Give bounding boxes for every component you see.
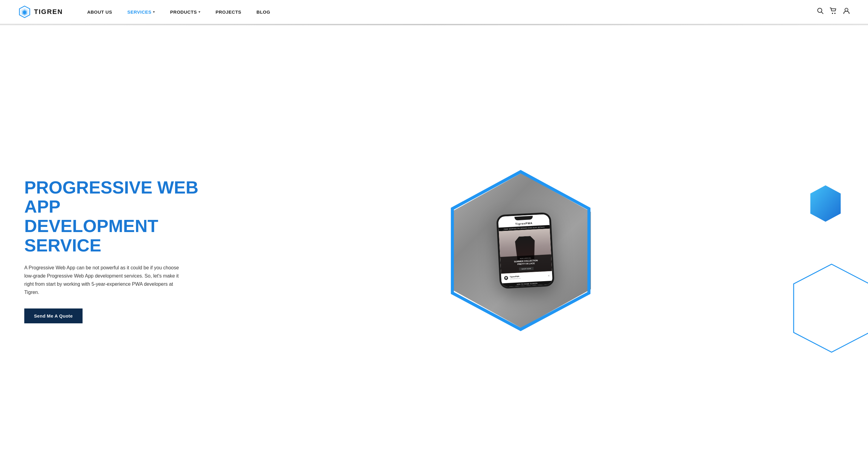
user-icon	[843, 8, 850, 14]
pwa-icon-area: TigrenPWA www.tigrenpwa.com	[503, 275, 521, 281]
nav-item-blog[interactable]: BLOG	[256, 9, 270, 14]
nav-icons	[817, 8, 850, 16]
close-icon: ✕	[548, 274, 550, 277]
cta-button[interactable]: Send Me A Quote	[24, 309, 83, 323]
phone-product-image: NEW ARRIVAL SUMMER COLLECTIONPRETTY IN L…	[499, 229, 552, 274]
tigren-logo-icon	[18, 5, 31, 18]
search-button[interactable]	[817, 8, 824, 16]
logo-text: TIGREN	[34, 8, 63, 16]
nav-links: ABOUT US SERVICES ▾ PRODUCTS ▾ PROJECTS …	[87, 9, 817, 14]
logo[interactable]: TIGREN	[18, 5, 63, 18]
phone-notch	[515, 216, 533, 221]
hero-visual: TigrenPWA FREE SHIPPING ON ORDERS OVER $…	[206, 160, 850, 342]
cart-icon	[830, 8, 837, 14]
svg-point-7	[834, 13, 836, 14]
hero-content: PROGRESSIVE WEB APP DEVELOPMENT SERVICE …	[24, 178, 206, 324]
phone-promo-overlay: NEW ARRIVAL SUMMER COLLECTIONPRETTY IN L…	[500, 254, 552, 274]
phone-shop-button: SHOP NOW	[519, 267, 533, 271]
search-icon	[817, 8, 824, 14]
pwa-hex-icon	[503, 276, 509, 281]
nav-item-services[interactable]: SERVICES ▾	[127, 9, 155, 14]
chevron-down-icon: ▾	[198, 10, 200, 14]
svg-line-5	[821, 12, 823, 14]
svg-point-6	[832, 13, 833, 14]
outline-hexagon	[789, 263, 868, 354]
svg-point-8	[845, 8, 848, 11]
svg-marker-13	[794, 264, 868, 352]
chevron-down-icon: ▾	[153, 10, 155, 14]
nav-item-products[interactable]: PRODUCTS ▾	[170, 9, 200, 14]
phone-mockup: TigrenPWA FREE SHIPPING ON ORDERS OVER $…	[496, 212, 555, 289]
user-button[interactable]	[843, 8, 850, 16]
nav-item-about[interactable]: ABOUT US	[87, 9, 112, 14]
nav-item-projects[interactable]: PROJECTS	[215, 9, 241, 14]
navbar: TIGREN ABOUT US SERVICES ▾ PRODUCTS ▾ PR…	[0, 0, 868, 24]
svg-marker-12	[810, 185, 841, 222]
small-solid-hexagon	[807, 184, 844, 223]
hero-title: PROGRESSIVE WEB APP DEVELOPMENT SERVICE	[24, 178, 206, 255]
hero-section: PROGRESSIVE WEB APP DEVELOPMENT SERVICE …	[0, 25, 868, 475]
cart-button[interactable]	[830, 8, 837, 16]
hero-description: A Progressive Web App can be not powerfu…	[24, 263, 182, 297]
